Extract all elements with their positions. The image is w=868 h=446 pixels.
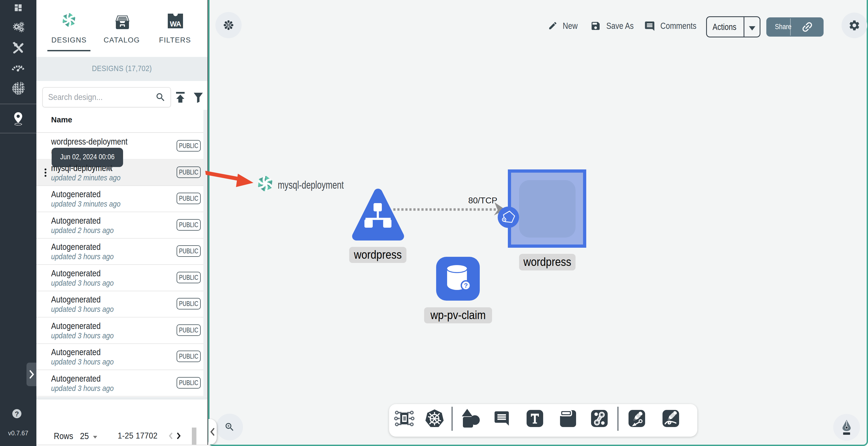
svg-text:WA: WA	[170, 20, 181, 28]
svg-text:?: ?	[464, 282, 468, 289]
